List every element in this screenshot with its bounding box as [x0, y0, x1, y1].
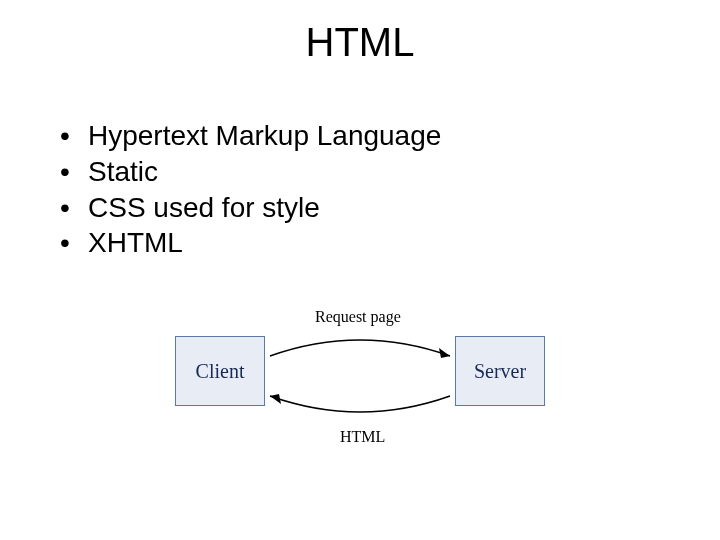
list-item-text: Static	[88, 154, 158, 190]
bullet-dot: •	[60, 190, 88, 226]
bullet-list: • Hypertext Markup Language • Static • C…	[60, 118, 441, 261]
client-box: Client	[175, 336, 265, 406]
server-box-label: Server	[474, 360, 526, 383]
client-box-label: Client	[196, 360, 245, 383]
list-item: • XHTML	[60, 225, 441, 261]
client-server-diagram: Request page Client Server HTML	[175, 300, 545, 460]
list-item: • Hypertext Markup Language	[60, 118, 441, 154]
bullet-dot: •	[60, 118, 88, 154]
list-item-text: XHTML	[88, 225, 183, 261]
bullet-dot: •	[60, 154, 88, 190]
list-item: • Static	[60, 154, 441, 190]
slide-title: HTML	[0, 20, 720, 65]
svg-marker-1	[270, 394, 281, 404]
slide: HTML • Hypertext Markup Language • Stati…	[0, 0, 720, 540]
list-item-text: CSS used for style	[88, 190, 320, 226]
arrows-icon	[265, 336, 455, 416]
server-box: Server	[455, 336, 545, 406]
list-item: • CSS used for style	[60, 190, 441, 226]
request-label: Request page	[315, 308, 401, 326]
response-label: HTML	[340, 428, 385, 446]
list-item-text: Hypertext Markup Language	[88, 118, 441, 154]
bullet-dot: •	[60, 225, 88, 261]
svg-marker-0	[439, 348, 450, 358]
